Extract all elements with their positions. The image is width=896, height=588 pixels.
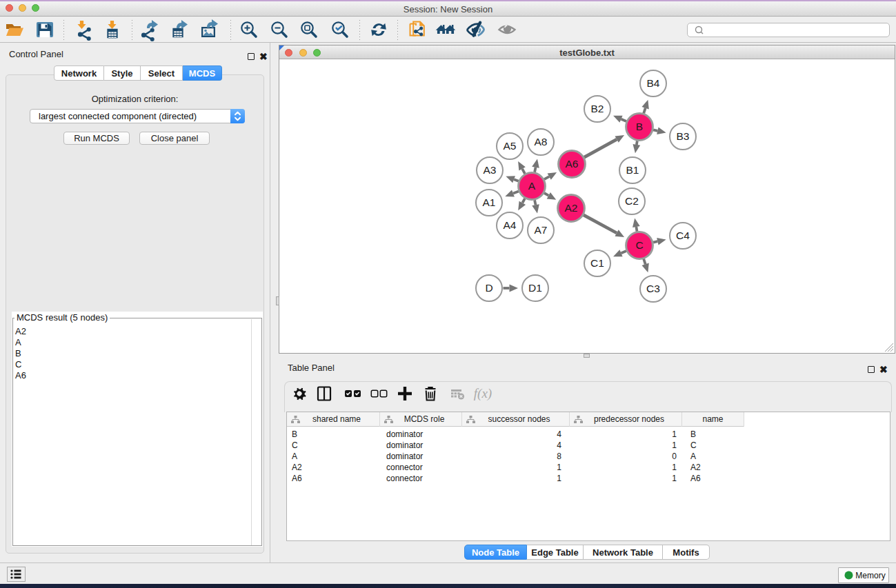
svg-text:D: D — [485, 282, 492, 294]
svg-text:B4: B4 — [647, 77, 660, 89]
svg-text:D1: D1 — [528, 282, 542, 294]
svg-text:C2: C2 — [625, 195, 639, 207]
svg-text:A1: A1 — [483, 196, 496, 208]
svg-text:B1: B1 — [626, 164, 639, 176]
svg-text:f(x): f(x) — [474, 386, 492, 401]
svg-text:A7: A7 — [535, 224, 548, 236]
svg-text:C3: C3 — [646, 283, 660, 294]
svg-text:B: B — [636, 121, 643, 132]
svg-text:A4: A4 — [504, 219, 517, 231]
svg-text:A8: A8 — [535, 136, 548, 148]
svg-text:C4: C4 — [676, 230, 690, 241]
svg-text:B2: B2 — [591, 103, 604, 114]
svg-text:A2: A2 — [565, 202, 578, 214]
svg-text:B3: B3 — [677, 130, 690, 142]
svg-text:A3: A3 — [484, 164, 497, 176]
svg-text:A5: A5 — [504, 140, 517, 152]
svg-text:A6: A6 — [566, 158, 579, 170]
svg-text:C: C — [635, 239, 643, 251]
svg-text:C1: C1 — [590, 257, 604, 269]
svg-text:A: A — [528, 180, 536, 192]
